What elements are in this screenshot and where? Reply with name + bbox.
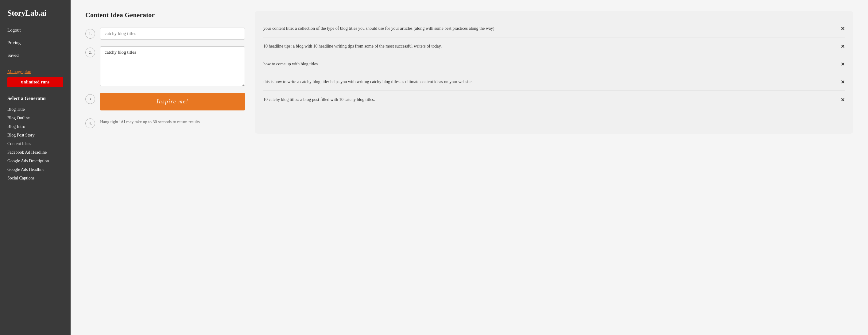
step-3-circle: 3. — [85, 94, 95, 104]
result-item-2: 10 headline tips: a blog with 10 headlin… — [264, 37, 845, 55]
main-content: Content Idea Generator 1. 2. catchy blog… — [71, 0, 868, 335]
sidebar-item-content-ideas[interactable]: Content Ideas — [7, 140, 63, 148]
result-item-5: 10 catchy blog titles: a blog post fille… — [264, 91, 845, 108]
result-text-3: how to come up with blog titles. — [264, 61, 841, 67]
page-title: Content Idea Generator — [85, 11, 245, 19]
sidebar-item-blog-intro[interactable]: Blog Intro — [7, 123, 63, 131]
sidebar-item-blog-title[interactable]: Blog Title — [7, 105, 63, 113]
step-4-wait-text: Hang tight! AI may take up to 30 seconds… — [100, 117, 201, 125]
select-generator-title: Select a Generator — [7, 96, 63, 101]
step-4-circle: 4. — [85, 119, 95, 128]
sidebar-item-google-ads-headline[interactable]: Google Ads Headline — [7, 166, 63, 174]
app-logo: StoryLab.ai — [7, 9, 63, 18]
results-panel: your content title: a collection of the … — [255, 11, 853, 134]
sidebar-menu: Blog Title Blog Outline Blog Intro Blog … — [7, 105, 63, 182]
logout-link[interactable]: Logout — [7, 28, 63, 33]
inspire-me-button[interactable]: Inspire me! — [100, 93, 245, 110]
sidebar-item-blog-post-story[interactable]: Blog Post Story — [7, 131, 63, 139]
step-1-circle: 1. — [85, 29, 95, 39]
sidebar-nav: Logout Pricing Saved — [7, 28, 63, 64]
step-2-circle: 2. — [85, 47, 95, 57]
sidebar-item-social-captions[interactable]: Social Captions — [7, 174, 63, 182]
result-text-2: 10 headline tips: a blog with 10 headlin… — [264, 43, 841, 49]
step-1-row: 1. — [85, 28, 245, 40]
sidebar-item-facebook-ad-headline[interactable]: Facebook Ad Headline — [7, 148, 63, 157]
step-1-input[interactable] — [100, 28, 245, 40]
result-close-3[interactable]: ✕ — [841, 61, 845, 67]
step-4-row: 4. Hang tight! AI may take up to 30 seco… — [85, 117, 245, 128]
sidebar: StoryLab.ai Logout Pricing Saved Manage … — [0, 0, 71, 335]
result-close-2[interactable]: ✕ — [841, 43, 845, 49]
result-close-1[interactable]: ✕ — [841, 26, 845, 32]
sidebar-item-google-ads-description[interactable]: Google Ads Description — [7, 157, 63, 165]
pricing-link[interactable]: Pricing — [7, 40, 63, 45]
result-close-5[interactable]: ✕ — [841, 97, 845, 103]
result-close-4[interactable]: ✕ — [841, 79, 845, 85]
result-item-4: this is how to write a catchy blog title… — [264, 73, 845, 91]
unlimited-runs-badge: unlimited runs — [7, 77, 63, 87]
result-item-1: your content title: a collection of the … — [264, 20, 845, 37]
step-3-row: 3. Inspire me! — [85, 93, 245, 110]
step-2-textarea[interactable]: catchy blog titles — [100, 46, 245, 86]
result-text-5: 10 catchy blog titles: a blog post fille… — [264, 96, 841, 103]
result-text-4: this is how to write a catchy blog title… — [264, 78, 841, 85]
result-text-1: your content title: a collection of the … — [264, 25, 841, 32]
saved-link[interactable]: Saved — [7, 53, 63, 58]
sidebar-item-blog-outline[interactable]: Blog Outline — [7, 114, 63, 122]
result-item-3: how to come up with blog titles. ✕ — [264, 55, 845, 73]
left-panel: Content Idea Generator 1. 2. catchy blog… — [85, 11, 245, 324]
manage-plan-link[interactable]: Manage plan — [7, 69, 63, 74]
step-2-row: 2. catchy blog titles — [85, 46, 245, 86]
